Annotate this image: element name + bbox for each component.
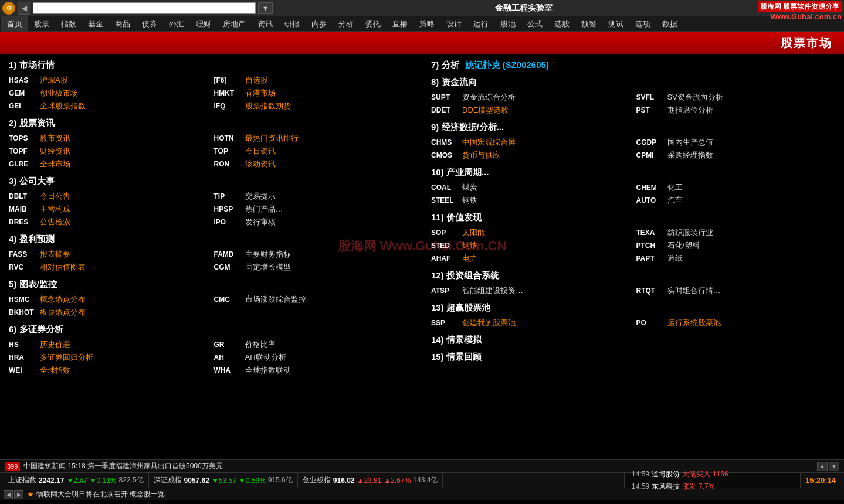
label-ipo[interactable]: 发行审核 (245, 217, 276, 227)
app-logo[interactable]: ⚙ (2, 2, 15, 15)
nav-item-news[interactable]: 资讯 (252, 16, 279, 31)
nav-item-commodity[interactable]: 商品 (109, 16, 136, 31)
label-bkhot[interactable]: 板块热点分布 (40, 307, 86, 318)
label-cmos[interactable]: 货币与供应 (462, 150, 500, 161)
label-hotn[interactable]: 最热门资讯排行 (245, 133, 299, 144)
label-cmc[interactable]: 市场涨跌综合监控 (245, 294, 306, 305)
menu-hmkt[interactable]: HMKT 香港市场 (214, 87, 413, 99)
menu-hsas[interactable]: HSAS 沪深A股 (9, 74, 208, 86)
menu-supt[interactable]: SUPT 资金流综合分析 (431, 91, 631, 103)
menu-gr[interactable]: GR 价格比率 (214, 339, 413, 350)
label-auto[interactable]: 汽车 (667, 195, 683, 206)
label-ptch[interactable]: 石化/塑料 (667, 240, 700, 251)
menu-gei[interactable]: GEI 全球股票指数 (9, 100, 208, 112)
label-sop[interactable]: 太阳能 (462, 227, 485, 238)
menu-svfl[interactable]: SVFL SV资金流向分析 (636, 91, 836, 103)
label-rvc[interactable]: 相对估值图表 (40, 262, 86, 273)
menu-ahaf[interactable]: AHAF 电力 (431, 253, 631, 264)
menu-auto[interactable]: AUTO 汽车 (636, 195, 836, 206)
menu-cmc[interactable]: CMC 市场涨跌综合监控 (214, 294, 413, 305)
nav-item-options[interactable]: 选项 (629, 16, 656, 31)
label-dblt[interactable]: 今日公告 (40, 191, 70, 202)
label-svfl[interactable]: SV资金流向分析 (667, 92, 723, 103)
label-ddet[interactable]: DDE模型选股 (462, 105, 509, 115)
menu-ipo[interactable]: IPO 发行审核 (214, 216, 413, 228)
menu-hs[interactable]: HS 历史价差 (9, 339, 208, 350)
menu-bres[interactable]: BRES 公告检索 (9, 216, 208, 228)
nav-item-formula[interactable]: 公式 (521, 16, 548, 31)
menu-pst[interactable]: PST 期指席位分析 (636, 104, 836, 116)
nav-item-run[interactable]: 运行 (467, 16, 494, 31)
nav-item-order[interactable]: 委托 (360, 16, 387, 31)
nav-item-data[interactable]: 数据 (656, 16, 683, 31)
nav-item-home[interactable]: 首页 (1, 16, 28, 31)
menu-ptch[interactable]: PTCH 石化/塑料 (636, 240, 836, 251)
menu-texa[interactable]: TEXA 纺织服装行业 (636, 227, 836, 239)
nav-item-fund[interactable]: 基金 (82, 16, 109, 31)
menu-ifq[interactable]: IFQ 股票指数期货 (214, 100, 413, 112)
nav-item-index[interactable]: 指数 (55, 16, 82, 31)
menu-cmos[interactable]: CMOS 货币与供应 (431, 149, 631, 161)
menu-gem[interactable]: GEM 创业板市场 (9, 87, 208, 99)
menu-dblt[interactable]: DBLT 今日公告 (9, 190, 208, 202)
menu-ddet[interactable]: DDET DDE模型选股 (431, 104, 631, 116)
label-ron[interactable]: 滚动资讯 (245, 159, 276, 169)
nav-item-research[interactable]: 研报 (279, 16, 306, 31)
menu-topf[interactable]: TOPF 财经资讯 (9, 145, 208, 157)
label-rtqt[interactable]: 实时组合行情… (667, 285, 721, 296)
nav-item-bond[interactable]: 债券 (136, 16, 163, 31)
back-button[interactable]: ◀ (18, 2, 30, 15)
label-supt[interactable]: 资金流综合分析 (462, 92, 516, 103)
menu-sted[interactable]: STED 钢铁 (431, 240, 631, 251)
scroll-prev-btn[interactable]: ◀ (4, 490, 13, 499)
label-chem[interactable]: 化工 (667, 182, 683, 193)
nav-item-live[interactable]: 直播 (387, 16, 413, 31)
scroll-next-btn[interactable]: ▶ (14, 490, 23, 499)
menu-glre[interactable]: GLRE 全球市场 (9, 158, 208, 170)
label-hushen[interactable]: 沪深A股 (40, 75, 68, 86)
menu-cpmi[interactable]: CPMI 采购经理指数 (636, 149, 836, 161)
label-top[interactable]: 今日资讯 (245, 146, 276, 156)
nav-item-stocks[interactable]: 股票 (28, 16, 55, 31)
menu-chem[interactable]: CHEM 化工 (636, 182, 836, 193)
label-hsmc[interactable]: 概念热点分布 (40, 294, 86, 305)
menu-cgm[interactable]: CGM 固定增长模型 (214, 261, 413, 273)
menu-wha[interactable]: WHA 全球指数联动 (214, 365, 413, 376)
label-po[interactable]: 运行系统股票池 (667, 318, 721, 328)
menu-wei[interactable]: WEI 全球指数 (9, 365, 208, 376)
nav-item-insider[interactable]: 内参 (306, 16, 333, 31)
label-hs[interactable]: 历史价差 (40, 339, 70, 350)
menu-steel[interactable]: STEEL 钢铁 (431, 195, 631, 206)
label-hra[interactable]: 多证券回归分析 (40, 352, 93, 363)
nav-item-design[interactable]: 设计 (440, 16, 467, 31)
menu-coal[interactable]: COAL 煤炭 (431, 182, 631, 193)
label-maib[interactable]: 主营构成 (40, 204, 70, 214)
label-papt[interactable]: 造纸 (667, 253, 683, 264)
menu-po[interactable]: PO 运行系统股票池 (636, 317, 836, 329)
menu-chms[interactable]: CHMS 中国宏观综合屏 (431, 137, 631, 148)
label-wha[interactable]: 全球指数联动 (245, 365, 291, 376)
nav-item-select[interactable]: 选股 (548, 16, 575, 31)
menu-f6[interactable]: [F6] 自选股 (214, 74, 413, 86)
menu-cgdp[interactable]: CGDP 国内生产总值 (636, 137, 836, 148)
label-hpsp[interactable]: 热门产品… (245, 204, 283, 214)
label-chms[interactable]: 中国宏观综合屏 (462, 137, 516, 148)
news-scroll-up[interactable]: ▲ (817, 462, 828, 471)
label-coal[interactable]: 煤炭 (462, 182, 477, 193)
section7-stock[interactable]: 姚记扑克 (SZ002605) (465, 60, 549, 71)
label-sted[interactable]: 钢铁 (462, 240, 477, 251)
menu-tip[interactable]: TIP 交易提示 (214, 190, 413, 202)
search-dropdown-button[interactable]: ▼ (258, 2, 273, 14)
menu-rtqt[interactable]: RTQT 实时组合行情… (636, 285, 836, 297)
menu-hra[interactable]: HRA 多证券回归分析 (9, 352, 208, 363)
nav-item-realestate[interactable]: 房地产 (217, 16, 252, 31)
label-pst[interactable]: 期指席位分析 (667, 105, 713, 115)
nav-item-finance[interactable]: 理财 (190, 16, 217, 31)
menu-bkhot[interactable]: BKHOT 板块热点分布 (9, 307, 208, 318)
menu-hotn[interactable]: HOTN 最热门资讯排行 (214, 132, 413, 144)
menu-fass[interactable]: FASS 报表摘要 (9, 248, 208, 260)
nav-item-alert[interactable]: 预警 (575, 16, 602, 31)
label-fass[interactable]: 报表摘要 (40, 249, 70, 260)
nav-item-test[interactable]: 测试 (602, 16, 629, 31)
label-steel[interactable]: 钢铁 (462, 195, 477, 206)
